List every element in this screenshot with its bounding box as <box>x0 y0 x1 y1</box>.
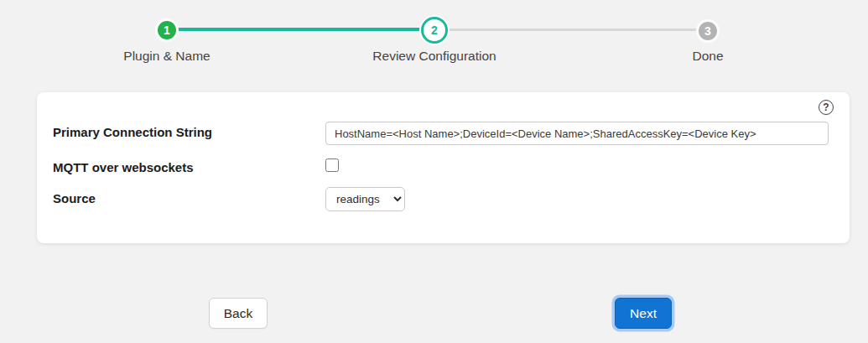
source-select[interactable]: readings <box>325 187 405 211</box>
primary-connection-string-input[interactable] <box>325 122 829 145</box>
mqtt-over-websockets-label: MQTT over websockets <box>53 160 194 174</box>
next-button[interactable]: Next <box>615 298 672 329</box>
back-button[interactable]: Back <box>209 298 268 329</box>
step-3-number: 3 <box>704 24 711 38</box>
step-1-label: Plugin & Name <box>123 49 210 64</box>
source-label: Source <box>53 191 96 205</box>
step-3-circle[interactable]: 3 <box>696 19 720 43</box>
stepper-connector-pending <box>446 29 698 31</box>
step-1-number: 1 <box>164 23 170 37</box>
primary-connection-string-label: Primary Connection String <box>53 125 212 139</box>
step-2-label: Review Configuration <box>372 49 496 64</box>
stepper-connector-completed <box>174 28 426 31</box>
step-3-label: Done <box>692 49 723 64</box>
help-icon[interactable]: ? <box>819 100 834 115</box>
wizard-page: 1 2 3 Plugin & Name Review Configuration… <box>0 0 868 343</box>
configuration-card: ? Primary Connection String MQTT over we… <box>37 92 850 243</box>
mqtt-over-websockets-checkbox[interactable] <box>325 159 339 172</box>
step-2-circle[interactable]: 2 <box>421 17 448 44</box>
step-2-number: 2 <box>431 23 438 37</box>
step-1-circle[interactable]: 1 <box>155 18 179 42</box>
